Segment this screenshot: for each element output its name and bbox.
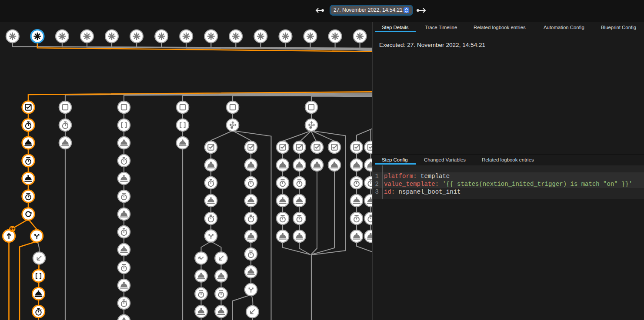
svg-text:9+: 9+ — [10, 226, 15, 231]
